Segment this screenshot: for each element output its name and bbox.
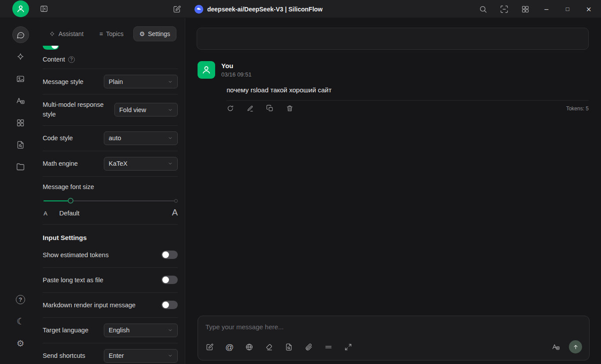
tab-topics-label: Topics (106, 30, 124, 37)
settings-scroll-area[interactable]: Content ? Message style Plain Multi-mode… (43, 46, 178, 364)
setting-row-multi-model-style: Multi-model response style Fold view (43, 95, 178, 126)
setting-row-message-style: Message style Plain (43, 69, 178, 95)
sidebar-item-chat[interactable] (12, 26, 29, 43)
sidebar-item-files[interactable] (12, 158, 29, 175)
multi-model-style-select[interactable]: Fold view (114, 103, 178, 116)
setting-row-send-shortcuts: Send shortcuts Enter (43, 343, 178, 364)
sparkle-icon (16, 52, 25, 62)
help-circle-icon[interactable]: ? (68, 56, 75, 63)
tab-assistant[interactable]: Assistant (43, 26, 90, 41)
send-shortcuts-select[interactable]: Enter (104, 349, 178, 363)
model-selector[interactable]: deepseek-ai/DeepSeek-V3 | SiliconFlow (194, 5, 322, 14)
translate-input-button[interactable] (552, 343, 560, 351)
collapse-sidebar-button[interactable] (40, 4, 48, 13)
theme-toggle-button[interactable]: ☾ (12, 313, 29, 330)
input-settings-heading: Input Settings (43, 225, 178, 243)
message-actions: Tokens: 5 (227, 105, 589, 112)
expand-input-button[interactable] (344, 343, 352, 351)
sidebar-item-knowledge[interactable] (12, 136, 29, 153)
copy-message-button[interactable] (266, 105, 274, 112)
chevron-down-icon (168, 79, 173, 84)
help-button[interactable]: ? (12, 291, 29, 308)
search-button[interactable] (473, 0, 494, 18)
delete-message-button[interactable] (286, 105, 293, 112)
send-shortcuts-label: Send shortcuts (43, 352, 85, 359)
grid-icon (521, 5, 530, 14)
message-user: You 03/16 09:51 почему rsload такой хоро… (198, 61, 589, 112)
paste-long-text-toggle[interactable] (161, 276, 178, 284)
pencil-icon (246, 105, 254, 112)
message-text: почему rsload такой хороший сайт (227, 86, 589, 94)
chat-area: You 03/16 09:51 почему rsload такой хоро… (185, 18, 601, 364)
font-size-slider-end-marker (174, 199, 178, 203)
message-composer[interactable]: Type your message here... @ (198, 316, 590, 360)
settings-button[interactable]: ⚙ (12, 335, 29, 352)
attach-file-button[interactable] (304, 343, 313, 351)
window-maximize-button[interactable]: □ (557, 0, 578, 18)
chat-header-box[interactable] (197, 28, 589, 50)
font-size-value-label: Default (59, 210, 80, 217)
sidebar-item-paintings[interactable] (12, 70, 29, 87)
edit-message-button[interactable] (246, 105, 254, 112)
close-icon: × (586, 5, 591, 14)
model-title-text: deepseek-ai/DeepSeek-V3 | SiliconFlow (207, 6, 322, 13)
person-icon (201, 65, 212, 75)
window-close-button[interactable]: × (578, 0, 599, 18)
tab-topics[interactable]: ≡ Topics (93, 26, 130, 41)
maximize-icon: □ (566, 6, 569, 12)
mention-model-button[interactable]: @ (225, 343, 234, 351)
content-toggle[interactable] (43, 46, 59, 50)
message-avatar[interactable] (198, 61, 215, 79)
new-topic-button[interactable] (205, 343, 214, 351)
target-language-label: Target language (43, 327, 88, 334)
regenerate-button[interactable] (227, 105, 234, 112)
setting-row-math-engine: Math engine KaTeX (43, 151, 178, 177)
setting-row-paste-long-text: Paste long text as file (43, 268, 178, 293)
message-meta: You 03/16 09:51 (221, 62, 252, 78)
tokens-count: Tokens: 5 (566, 106, 589, 112)
show-estimated-tokens-toggle[interactable] (161, 251, 178, 259)
panel-collapse-icon (40, 4, 48, 13)
math-engine-label: Math engine (43, 160, 78, 167)
message-timestamp: 03/16 09:51 (221, 71, 252, 78)
collapse-toolbar-button[interactable] (324, 343, 333, 351)
font-size-label: Message font size (43, 183, 94, 190)
mini-apps-button[interactable] (515, 0, 536, 18)
message-sender: You (221, 62, 252, 69)
new-chat-button[interactable] (172, 5, 181, 14)
assistant-settings-panel: Assistant ≡ Topics ⚙ Settings Content ? (41, 18, 185, 364)
markdown-render-toggle[interactable] (161, 301, 178, 309)
send-message-button[interactable] (569, 340, 582, 353)
font-size-slider-knob[interactable] (68, 198, 73, 204)
minimize-icon: – (545, 6, 549, 13)
window-minimize-button[interactable]: – (536, 0, 557, 18)
sidebar-item-agents[interactable] (12, 48, 29, 65)
compose-icon (172, 5, 181, 14)
globe-icon (245, 343, 253, 351)
clear-context-button[interactable] (265, 343, 273, 351)
knowledge-base-button[interactable] (285, 343, 293, 351)
target-language-select[interactable]: English (104, 324, 178, 337)
gear-icon: ⚙ (17, 339, 25, 348)
font-size-slider[interactable] (43, 198, 178, 204)
code-style-select[interactable]: auto (104, 131, 178, 145)
minimize-to-tray-button[interactable] (494, 0, 515, 18)
sidebar-item-apps[interactable] (12, 114, 29, 131)
message-divider (227, 100, 589, 101)
sparkle-icon (49, 31, 55, 37)
file-search-icon (16, 140, 25, 149)
image-icon (16, 74, 25, 84)
message-style-select[interactable]: Plain (104, 75, 178, 88)
sidebar-item-translate[interactable] (12, 92, 29, 109)
list-icon: ≡ (99, 31, 103, 37)
composer-input[interactable]: Type your message here... (205, 323, 582, 331)
user-avatar[interactable] (12, 0, 29, 17)
at-icon: @ (225, 343, 234, 351)
math-engine-select[interactable]: KaTeX (104, 157, 178, 171)
font-size-max-letter: A (172, 207, 178, 218)
titlebar: deepseek-ai/DeepSeek-V3 | SiliconFlow – … (0, 0, 601, 18)
chevron-down-icon (168, 353, 173, 358)
toggle-knob (51, 46, 58, 49)
web-search-button[interactable] (245, 343, 253, 351)
tab-settings[interactable]: ⚙ Settings (133, 26, 176, 41)
